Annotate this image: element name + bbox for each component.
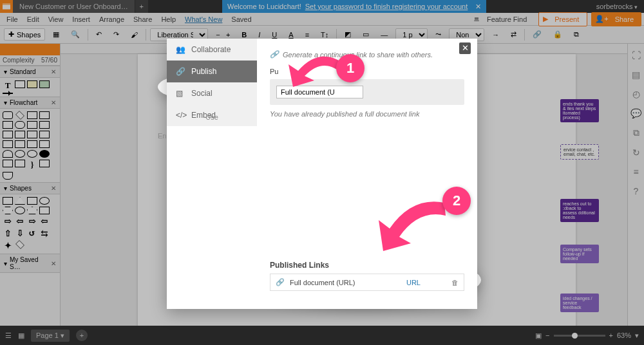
- callout-badge-2: 2: [442, 187, 471, 215]
- trash-icon[interactable]: 🗑: [451, 279, 459, 286]
- published-link-row: 🔗 Full document (URL) URL 🗑: [270, 274, 464, 291]
- tab-collaborate[interactable]: 👥 Collaborate: [167, 39, 257, 61]
- link-icon: 🔗: [276, 278, 285, 286]
- facebook-icon: ▧: [176, 89, 185, 98]
- callout-badge-1: 1: [336, 54, 365, 82]
- tab-publish[interactable]: 🔗 Publish: [167, 61, 257, 82]
- already-published-note: You have already published a full docume…: [270, 110, 464, 118]
- link-icon: 🔗: [270, 50, 279, 59]
- link-icon: 🔗: [176, 67, 185, 76]
- published-link-label: Full document (URL): [290, 279, 355, 286]
- user-hint: Use: [167, 113, 257, 121]
- embed-abbrev: En: [158, 132, 166, 140]
- people-icon: 👥: [176, 45, 185, 54]
- modal-tabs: 👥 Collaborate 🔗 Publish ▧ Social </> Emb…: [167, 39, 257, 126]
- published-link-url[interactable]: URL: [406, 279, 421, 286]
- tab-social[interactable]: ▧ Social: [167, 82, 257, 104]
